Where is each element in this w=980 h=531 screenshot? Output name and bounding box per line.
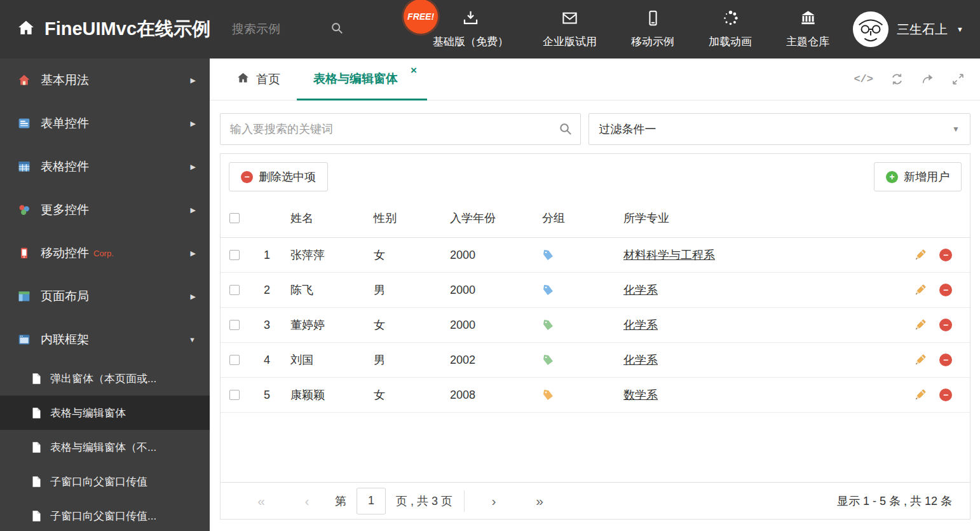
row-checkbox[interactable] — [229, 285, 240, 295]
file-icon — [32, 373, 41, 385]
tab-active-label: 表格与编辑窗体 — [313, 71, 398, 87]
edit-row-button[interactable] — [913, 389, 927, 402]
major-link[interactable]: 化学系 — [623, 282, 658, 298]
sidebar-subitem-label: 表格与编辑窗体（不... — [50, 440, 156, 455]
delete-row-button[interactable]: − — [939, 389, 952, 401]
tag-icon — [542, 389, 554, 401]
sidebar-subitem[interactable]: 表格与编辑窗体（不... — [0, 430, 210, 464]
column-header-year[interactable]: 入学年份 — [441, 210, 533, 226]
first-page-icon[interactable]: « — [238, 493, 284, 509]
free-badge: FREE! — [404, 0, 438, 34]
sidebar-item[interactable]: 更多控件 ▶ — [0, 188, 210, 231]
brand[interactable]: FineUIMvc在线示例 — [0, 17, 210, 42]
sidebar-subitem-label: 表格与编辑窗体 — [50, 406, 126, 420]
row-checkbox[interactable] — [229, 355, 240, 365]
sidebar-subitem[interactable]: 子窗口向父窗口传值... — [0, 499, 210, 531]
select-all-checkbox[interactable] — [229, 213, 240, 223]
cell-name: 陈飞 — [279, 282, 365, 298]
header-search-input[interactable] — [232, 22, 321, 36]
record-summary: 显示 1 - 5 条 , 共 12 条 — [837, 493, 952, 509]
add-user-button[interactable]: + 新增用户 — [874, 162, 962, 191]
table-row[interactable]: 2 陈飞 男 2000 化学系 − — [221, 273, 970, 308]
fullscreen-icon[interactable] — [951, 72, 965, 86]
sidebar-item[interactable]: 表格控件 ▶ — [0, 145, 210, 188]
header-nav-item[interactable]: 加载动画 — [709, 10, 752, 49]
cell-gender: 男 — [365, 282, 441, 298]
delete-row-button[interactable]: − — [939, 284, 952, 296]
header-nav-item[interactable]: 移动示例 — [631, 10, 674, 49]
page-label-suffix: 页 , 共 3 页 — [396, 493, 453, 509]
source-code-icon[interactable]: </> — [854, 73, 873, 85]
delete-row-button[interactable]: − — [939, 319, 952, 331]
search-icon[interactable] — [558, 121, 573, 139]
main-content: 首页 表格与编辑窗体 × </> 过滤条件一 ▼ — [210, 59, 980, 531]
cell-year: 2000 — [441, 284, 533, 297]
major-link[interactable]: 数学系 — [623, 387, 658, 403]
last-page-icon[interactable]: » — [517, 493, 562, 509]
sidebar-item[interactable]: 基本用法 ▶ — [0, 59, 210, 102]
cell-name: 刘国 — [279, 352, 365, 368]
sidebar-item[interactable]: 页面布局 ▶ — [0, 275, 210, 318]
table-row[interactable]: 1 张萍萍 女 2000 材料科学与工程系 − — [221, 238, 970, 273]
column-header-name[interactable]: 姓名 — [279, 210, 365, 226]
grid-toolbar: − 删除选中项 + 新增用户 — [221, 154, 970, 198]
edit-row-button[interactable] — [913, 284, 927, 297]
row-checkbox[interactable] — [229, 320, 240, 330]
prev-page-icon[interactable]: ‹ — [284, 493, 330, 509]
table-row[interactable]: 5 康颖颖 女 2008 数学系 − — [221, 378, 970, 413]
top-header: FineUIMvc在线示例 基础版（免费） FREE! 企业版试用 移动示例 加… — [0, 0, 980, 59]
sidebar-item[interactable]: 表单控件 ▶ — [0, 102, 210, 145]
search-icon[interactable] — [330, 21, 344, 38]
tab-home[interactable]: 首页 — [220, 59, 297, 100]
delete-row-button[interactable]: − — [939, 354, 952, 366]
sidebar-subitem[interactable]: 子窗口向父窗口传值 — [0, 464, 210, 499]
header-nav-item[interactable]: 基础版（免费） FREE! — [433, 10, 508, 49]
next-page-icon[interactable]: › — [471, 493, 517, 509]
row-number: 3 — [250, 319, 279, 332]
mobile-red-icon — [18, 247, 31, 259]
sidebar-subitem[interactable]: 表格与编辑窗体 — [0, 396, 210, 430]
major-link[interactable]: 材料科学与工程系 — [623, 247, 715, 263]
nav-label: 加载动画 — [709, 34, 752, 49]
sidebar-subitem-label: 子窗口向父窗口传值... — [50, 509, 156, 523]
chevron-right-icon: ▶ — [191, 249, 196, 258]
delete-selected-button[interactable]: − 删除选中项 — [229, 162, 328, 191]
sidebar-item[interactable]: 移动控件 Corp. ▶ — [0, 231, 210, 275]
refresh-icon[interactable] — [890, 72, 904, 86]
edit-row-button[interactable] — [913, 249, 927, 262]
table-row[interactable]: 4 刘国 男 2002 化学系 − — [221, 343, 970, 378]
table-body: 1 张萍萍 女 2000 材料科学与工程系 − 2 陈飞 男 2000 化学系 … — [221, 238, 970, 413]
cell-year: 2008 — [441, 389, 533, 402]
open-new-window-icon[interactable] — [921, 72, 934, 86]
sidebar-item-label: 基本用法 — [41, 72, 89, 88]
column-header-major[interactable]: 所学专业 — [616, 210, 894, 226]
edit-row-button[interactable] — [913, 319, 927, 332]
header-nav-item[interactable]: 主题仓库 — [786, 10, 829, 49]
sidebar-subitem[interactable]: 弹出窗体（本页面或... — [0, 361, 210, 396]
delete-row-button[interactable]: − — [939, 249, 952, 261]
keyword-search-input[interactable] — [220, 113, 581, 145]
column-header-group[interactable]: 分组 — [533, 210, 616, 226]
close-icon[interactable]: × — [411, 64, 417, 77]
table-header: 姓名 性别 入学年份 分组 所学专业 — [221, 198, 970, 238]
chevron-right-icon: ▶ — [191, 163, 196, 171]
tab-grid-edit-window[interactable]: 表格与编辑窗体 × — [297, 59, 427, 100]
row-checkbox[interactable] — [229, 390, 240, 400]
user-menu[interactable]: 三生石上 ▼ — [852, 11, 980, 48]
column-header-gender[interactable]: 性别 — [365, 210, 441, 226]
major-link[interactable]: 化学系 — [623, 352, 658, 368]
sidebar-item-label: 表格控件 — [41, 158, 89, 175]
sidebar-item[interactable]: 内联框架 ▼ — [0, 318, 210, 361]
edit-row-button[interactable] — [913, 354, 927, 367]
row-checkbox[interactable] — [229, 250, 240, 260]
filter-dropdown[interactable]: 过滤条件一 ▼ — [589, 113, 971, 145]
header-nav-item[interactable]: 企业版试用 — [543, 10, 597, 49]
table-row[interactable]: 3 董婷婷 女 2000 化学系 − — [221, 308, 970, 343]
mobile-icon — [644, 10, 662, 30]
cell-gender: 女 — [365, 387, 441, 403]
major-link[interactable]: 化学系 — [623, 317, 658, 333]
nav-label: 企业版试用 — [543, 34, 597, 49]
page-number-input[interactable]: 1 — [357, 488, 386, 514]
chevron-right-icon: ▶ — [191, 76, 196, 85]
row-number: 1 — [250, 249, 279, 262]
